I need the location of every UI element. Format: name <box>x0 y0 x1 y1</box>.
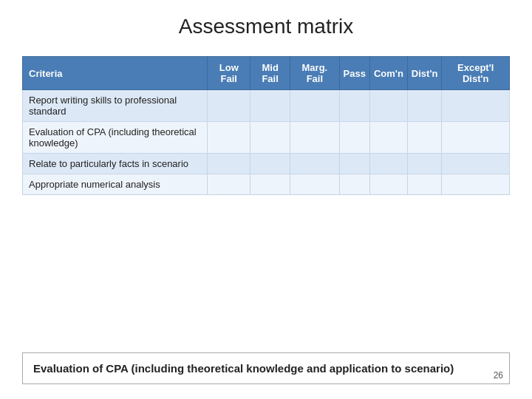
data-cell-1-4 <box>369 122 407 154</box>
data-cell-3-3 <box>339 174 369 195</box>
data-cell-0-4 <box>369 90 407 122</box>
criteria-cell-2: Relate to particularly facts in scenario <box>23 154 208 174</box>
data-cell-2-2 <box>290 154 339 174</box>
table-row: Report writing skills to professional st… <box>23 90 510 122</box>
col-header-7: Except'l Dist'n <box>442 57 510 90</box>
data-cell-0-2 <box>290 90 339 122</box>
page-title: Assessment matrix <box>22 15 510 38</box>
data-cell-2-5 <box>407 154 442 174</box>
footnote-text: Evaluation of CPA (including theoretical… <box>33 361 499 376</box>
criteria-cell-1: Evaluation of CPA (including theoretical… <box>23 122 208 154</box>
data-cell-1-5 <box>407 122 442 154</box>
table-row: Relate to particularly facts in scenario <box>23 154 510 174</box>
table-wrapper: CriteriaLow FailMid FailMarg. FailPassCo… <box>22 56 510 342</box>
data-cell-2-3 <box>339 154 369 174</box>
col-header-4: Pass <box>339 57 369 90</box>
assessment-matrix-table: CriteriaLow FailMid FailMarg. FailPassCo… <box>22 56 510 195</box>
col-header-2: Mid Fail <box>250 57 290 90</box>
table-header-row: CriteriaLow FailMid FailMarg. FailPassCo… <box>23 57 510 90</box>
criteria-cell-3: Appropriate numerical analysis <box>23 174 208 195</box>
criteria-cell-0: Report writing skills to professional st… <box>23 90 208 122</box>
data-cell-1-0 <box>208 122 250 154</box>
page: Assessment matrix CriteriaLow FailMid Fa… <box>0 0 532 399</box>
data-cell-1-2 <box>290 122 339 154</box>
col-header-5: Com'n <box>369 57 407 90</box>
data-cell-0-5 <box>407 90 442 122</box>
data-cell-0-3 <box>339 90 369 122</box>
data-cell-2-0 <box>208 154 250 174</box>
data-cell-3-0 <box>208 174 250 195</box>
footnote-box: Evaluation of CPA (including theoretical… <box>22 352 510 384</box>
data-cell-1-6 <box>442 122 510 154</box>
table-row: Appropriate numerical analysis <box>23 174 510 195</box>
data-cell-2-1 <box>250 154 290 174</box>
data-cell-0-6 <box>442 90 510 122</box>
table-row: Evaluation of CPA (including theoretical… <box>23 122 510 154</box>
data-cell-3-6 <box>442 174 510 195</box>
data-cell-1-1 <box>250 122 290 154</box>
data-cell-2-4 <box>369 154 407 174</box>
data-cell-0-1 <box>250 90 290 122</box>
col-header-1: Low Fail <box>208 57 250 90</box>
data-cell-1-3 <box>339 122 369 154</box>
data-cell-0-0 <box>208 90 250 122</box>
data-cell-3-4 <box>369 174 407 195</box>
data-cell-3-2 <box>290 174 339 195</box>
col-header-3: Marg. Fail <box>290 57 339 90</box>
data-cell-3-5 <box>407 174 442 195</box>
col-header-0: Criteria <box>23 57 208 90</box>
page-number: 26 <box>494 370 503 381</box>
col-header-6: Dist'n <box>407 57 442 90</box>
data-cell-2-6 <box>442 154 510 174</box>
data-cell-3-1 <box>250 174 290 195</box>
